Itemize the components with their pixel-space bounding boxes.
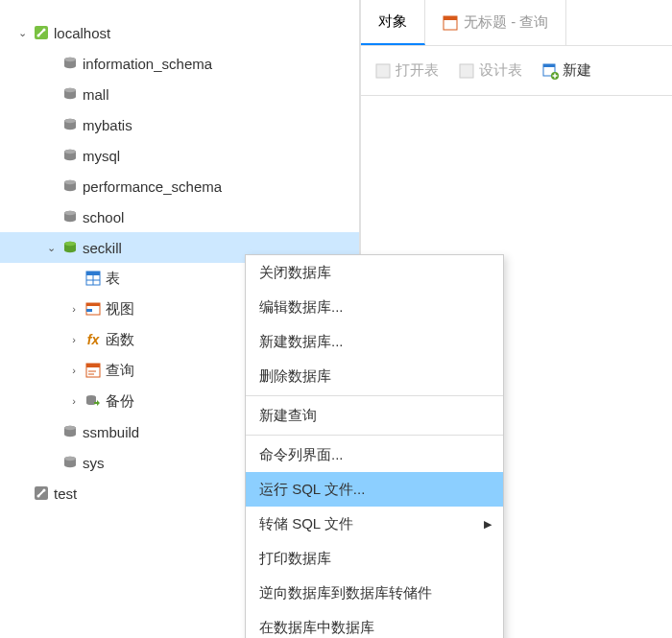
ctx-run-sql-file[interactable]: 运行 SQL 文件... [246,472,503,507]
svg-point-1 [37,35,40,37]
object-toolbar: 打开表 设计表 新建 [361,46,672,96]
view-icon [83,300,104,318]
db-label: mall [81,86,109,103]
tree-db[interactable]: mybatis [0,109,359,140]
ctx-command-line[interactable]: 命令列界面... [246,437,503,472]
tool-label: 新建 [563,61,591,80]
design-table-button[interactable]: 设计表 [452,61,528,80]
database-icon [60,454,81,471]
svg-point-2 [43,29,46,32]
separator [246,395,503,396]
ctx-new-query[interactable]: 新建查询 [246,398,503,433]
ctx-reverse-db[interactable]: 逆向数据库到数据库转储件 [246,576,503,610]
tree-connection[interactable]: ⌄ localhost [0,17,359,48]
svg-point-6 [64,88,76,92]
context-menu: 关闭数据库 编辑数据库... 新建数据库... 删除数据库 新建查询 命令列界面… [245,254,504,638]
tables-label: 表 [104,270,120,288]
tree-db[interactable]: mysql [0,140,359,171]
ctx-print-db[interactable]: 打印数据库 [246,541,503,576]
open-table-button[interactable]: 打开表 [369,61,444,80]
tree-db[interactable]: school [0,201,359,232]
svg-point-32 [64,457,76,461]
svg-point-4 [64,58,76,61]
chevron-down-icon: ⌄ [13,27,31,39]
svg-rect-38 [376,64,390,78]
tool-label: 打开表 [396,61,439,80]
function-icon: fx [83,332,104,347]
ctx-close-db[interactable]: 关闭数据库 [246,255,503,290]
query-icon [443,15,458,31]
tree-db[interactable]: performance_schema [0,171,359,201]
chevron-right-icon: › [65,365,83,376]
ctx-in-db[interactable]: 在数据库中数据库 [246,610,503,638]
svg-rect-25 [86,364,100,367]
tab-label: 无标题 - 查询 [464,13,548,32]
separator [246,435,503,436]
connection-icon [31,24,52,41]
database-icon [60,423,81,440]
db-label: seckill [81,240,122,256]
database-icon [60,55,81,72]
svg-point-35 [43,489,46,492]
db-label: performance_schema [81,178,222,195]
svg-rect-23 [86,309,92,312]
tool-label: 设计表 [479,61,522,80]
svg-rect-22 [86,303,100,306]
queries-label: 查询 [104,362,134,380]
database-icon [60,116,81,133]
connection-label: test [52,485,77,502]
table-plus-icon [541,62,559,80]
database-icon [60,177,81,195]
svg-point-30 [64,426,76,430]
tab-untitled-query[interactable]: 无标题 - 查询 [425,0,566,45]
connection-icon [31,484,52,502]
views-label: 视图 [104,300,134,319]
svg-point-10 [64,150,76,154]
svg-point-12 [64,180,76,184]
svg-rect-41 [543,64,555,67]
submenu-arrow-icon: ▶ [484,518,492,531]
db-label: sys [81,455,105,471]
svg-rect-37 [444,16,457,20]
new-table-button[interactable]: 新建 [536,61,597,80]
chevron-right-icon: › [65,303,83,315]
backup-icon [83,392,104,410]
database-icon [60,85,81,103]
database-icon [60,147,81,164]
tree-db[interactable]: information_schema [0,48,359,79]
svg-point-14 [64,211,76,215]
backups-label: 备份 [104,392,134,411]
db-label: mybatis [81,117,132,133]
svg-point-8 [64,119,76,123]
database-icon [60,208,81,225]
query-icon [83,362,104,379]
chevron-right-icon: › [65,395,83,407]
tab-label: 对象 [378,12,407,31]
database-open-icon [60,239,81,256]
tree-db[interactable]: mall [0,79,359,109]
ctx-edit-db[interactable]: 编辑数据库... [246,290,503,324]
design-icon [458,62,475,80]
tab-objects[interactable]: 对象 [361,0,425,45]
db-label: ssmbuild [81,424,139,440]
ctx-delete-db[interactable]: 删除数据库 [246,359,503,393]
db-label: mysql [81,148,120,164]
table-icon [374,62,392,80]
ctx-dump-sql-file[interactable]: 转储 SQL 文件 ▶ [246,507,503,541]
db-label: information_schema [81,56,212,72]
chevron-down-icon: ⌄ [42,242,60,254]
ctx-new-db[interactable]: 新建数据库... [246,324,503,359]
svg-rect-39 [460,64,473,78]
connection-label: localhost [52,25,110,41]
functions-label: 函数 [104,331,134,349]
table-icon [83,270,104,287]
db-label: school [81,209,124,225]
svg-point-34 [37,495,40,498]
svg-point-16 [64,242,76,246]
tab-bar: 对象 无标题 - 查询 [361,0,672,46]
chevron-right-icon: › [65,334,83,345]
